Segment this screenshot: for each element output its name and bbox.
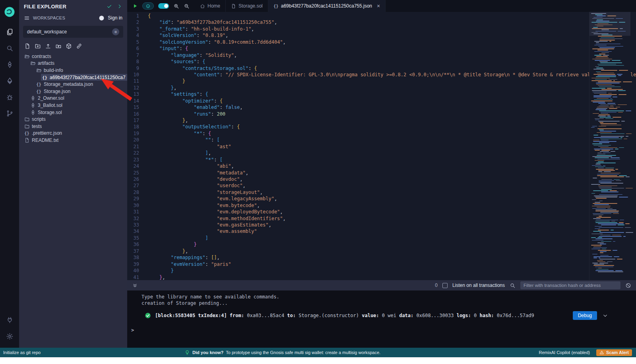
tree-item[interactable]: artifacts	[29, 60, 127, 67]
tree-item-label: artifacts	[38, 60, 54, 66]
debugger-icon[interactable]	[0, 89, 19, 105]
file-explorer-panel: FILE EXPLORER WORKSPACES Sign in default…	[19, 0, 127, 348]
transaction-log-row[interactable]: [block:5583405 txIndex:4] from: 0xa03...…	[145, 312, 636, 319]
code-line: 24 "abi",	[127, 163, 636, 169]
code-line: 10 "content": "// SPDX-License-Identifie…	[127, 72, 636, 78]
tree-item[interactable]: 3_Ballot.sol	[29, 102, 127, 109]
tree-item[interactable]: Storage.sol	[29, 109, 127, 116]
deploy-run-icon[interactable]	[0, 73, 19, 88]
scam-alert-label: Scam Alert	[606, 350, 629, 355]
code-line: 37 },	[127, 248, 636, 254]
tx-success-icon	[145, 312, 151, 319]
workspace-options-icon[interactable]: ≡	[112, 28, 119, 35]
search-icon[interactable]	[0, 41, 19, 56]
remix-logo[interactable]	[0, 3, 19, 21]
code-line: 33 "evm.gasEstimates",	[127, 222, 636, 228]
run-script-icon[interactable]	[132, 3, 138, 9]
listen-all-label: Listen on all transactions	[452, 283, 505, 288]
cube-icon[interactable]	[66, 43, 72, 49]
code-line: 38 "remappings": [],	[127, 254, 636, 261]
github-icon	[99, 15, 105, 21]
workspaces-row: WORKSPACES Sign in	[19, 13, 127, 23]
code-line: 35 ]	[127, 235, 636, 241]
tree-item[interactable]: {}Storage.json	[35, 88, 127, 95]
upload-file-icon[interactable]	[45, 43, 51, 49]
tree-item-label: contracts	[32, 54, 51, 59]
tx-actions: Debug	[573, 311, 608, 320]
git-icon[interactable]	[0, 106, 19, 121]
tree-item-label: 3_Ballot.sol	[38, 103, 62, 108]
workspace-select[interactable]: default_workspace ≡	[23, 26, 123, 38]
new-folder-icon[interactable]	[35, 43, 41, 49]
ai-assistant-badge[interactable]	[142, 2, 154, 10]
settings-icon[interactable]	[0, 329, 19, 344]
tab-home[interactable]: Home	[195, 0, 226, 12]
code-line: 6 "input": {	[127, 45, 636, 52]
scam-alert-badge[interactable]: Scam Alert	[596, 349, 632, 356]
minimap[interactable]	[589, 12, 630, 280]
code-line: 13 "settings": {	[127, 91, 636, 97]
terminal-header: 0 Listen on all transactions	[127, 280, 636, 290]
code-line: 20 "": [	[127, 137, 636, 143]
tip-text: To prototype using the Gnosis safe multi…	[226, 350, 380, 355]
clear-console-icon[interactable]	[625, 283, 631, 288]
tree-item[interactable]: build-info	[35, 67, 127, 74]
upload-folder-icon[interactable]	[55, 43, 62, 49]
close-tab-icon[interactable]: ×	[377, 3, 380, 9]
listen-all-checkbox[interactable]	[442, 283, 448, 288]
tab-build-info-json[interactable]: {} a69b43f277ba20fcac141151250ca755.json…	[268, 0, 386, 12]
tree-item-label: Storage.sol	[38, 110, 62, 115]
code-line: 40 }	[127, 267, 636, 274]
caret-down-icon[interactable]	[602, 313, 608, 319]
file-explorer-icon[interactable]	[0, 24, 19, 39]
panel-header: FILE EXPLORER	[19, 0, 127, 13]
minimap-viewport	[589, 12, 630, 36]
new-file-icon[interactable]	[24, 43, 31, 49]
zoom-out-icon[interactable]	[184, 3, 190, 9]
tree-item[interactable]: {}Storage_metadata.json	[35, 81, 127, 88]
editor-toolbar	[127, 0, 195, 12]
code-line: 1{	[127, 13, 636, 19]
tab-storage-sol[interactable]: Storage.sol	[226, 0, 268, 12]
hamburger-icon[interactable]	[24, 15, 30, 21]
tab-label: Storage.sol	[238, 3, 263, 9]
tree-item[interactable]: tests	[23, 123, 127, 130]
tree-item[interactable]: scripts	[23, 116, 127, 123]
code-line: 19 "*": {	[127, 130, 636, 137]
zoom-in-icon[interactable]	[173, 3, 179, 9]
file-icon	[231, 4, 236, 9]
tab-label: Home	[207, 3, 220, 9]
ai-assistant-icon	[145, 4, 151, 9]
debug-button[interactable]: Debug	[573, 311, 597, 320]
copilot-status[interactable]: RemixAI Copilot (enabled)	[539, 350, 590, 355]
tree-item[interactable]: {}.prettierrc.json	[23, 130, 127, 137]
link-icon[interactable]	[76, 43, 82, 49]
terminal-prompt[interactable]: >	[131, 327, 636, 333]
json-icon: {}	[42, 74, 48, 80]
sign-in-button[interactable]: Sign in	[108, 15, 122, 21]
tree-item-label: .prettierrc.json	[32, 130, 62, 136]
plugin-manager-icon[interactable]	[0, 312, 19, 327]
folder-open-icon	[30, 60, 36, 66]
terminal: 0 Listen on all transactions Type the li…	[127, 280, 636, 348]
tree-item-label: 2_Owner.sol	[38, 95, 64, 101]
folder-open-icon	[36, 67, 42, 73]
solidity-compiler-icon[interactable]	[0, 57, 19, 72]
code-line: 31 "evm.deployedBytecode",	[127, 209, 636, 215]
tree-item[interactable]: 2_Owner.sol	[29, 95, 127, 102]
code-line: 36 }	[127, 241, 636, 248]
tree-item[interactable]: README.txt	[23, 137, 127, 144]
solidity-icon	[30, 95, 36, 101]
chevron-right-icon[interactable]	[117, 4, 122, 9]
terminal-collapse-icon[interactable]	[132, 283, 138, 288]
git-init-button[interactable]: Initialize as git repo	[0, 350, 131, 355]
home-icon	[200, 4, 205, 9]
tree-item[interactable]: {}a69b43f277ba20fcac141151250ca7...	[41, 74, 127, 81]
tree-item[interactable]: contracts	[23, 53, 127, 60]
copilot-toggle[interactable]	[158, 3, 169, 9]
code-editor[interactable]: 1{2 "id": "a69b43f277ba20fcac141151250ca…	[127, 12, 636, 280]
code-line: 3 "_format": "hh-sol-build-info-1",	[127, 26, 636, 32]
terminal-filter-input[interactable]	[520, 281, 620, 289]
code-line: 4 "solcVersion": "0.8.19",	[127, 32, 636, 39]
activity-bar	[0, 0, 19, 348]
